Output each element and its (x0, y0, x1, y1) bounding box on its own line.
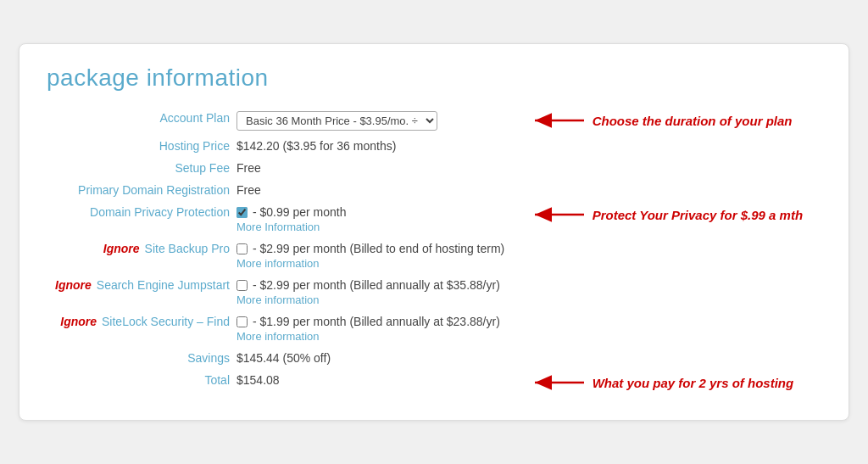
total-annotation: What you pay for 2 yrs of hosting (526, 373, 818, 392)
domain-privacy-annotation-cell: Protect Your Privacy for $.99 a mth (523, 201, 821, 238)
hosting-price-label: Hosting Price (47, 135, 233, 157)
package-information-card: package information Account Plan Basic 3… (19, 43, 849, 421)
search-engine-price: - $2.99 per month (Billed annually at $3… (253, 278, 500, 292)
hosting-price-row: Hosting Price $142.20 ($3.95 for 36 mont… (47, 135, 821, 157)
ignore-cell-1: Ignore Site Backup Pro (50, 242, 230, 255)
ignore-label-3: Ignore (60, 315, 97, 328)
domain-privacy-annotation: Protect Your Privacy for $.99 a mth (526, 205, 818, 224)
arrow-right-icon (526, 111, 586, 130)
site-backup-checkbox-row: - $2.99 per month (Billed to end of host… (236, 242, 520, 255)
site-backup-checkbox[interactable] (236, 243, 248, 254)
setup-fee-value: Free (233, 157, 523, 179)
search-engine-label-cell: Ignore Search Engine Jumpstart (47, 274, 233, 310)
account-plan-annotation-text: Choose the duration of your plan (593, 114, 793, 128)
domain-privacy-price: - $0.99 per month (253, 205, 347, 219)
primary-domain-value: Free (233, 179, 523, 201)
domain-privacy-checkbox-row: - $0.99 per month (236, 205, 520, 219)
primary-domain-label: Primary Domain Registration (47, 179, 233, 201)
account-plan-annotation-cell: Choose the duration of your plan (523, 107, 821, 135)
sitelock-checkbox-row: - $1.99 per month (Billed annually at $2… (236, 315, 520, 328)
setup-fee-row: Setup Fee Free (47, 157, 821, 179)
sitelock-label-cell: Ignore SiteLock Security – Find (47, 310, 233, 347)
setup-fee-label: Setup Fee (47, 157, 233, 179)
domain-privacy-value: - $0.99 per month More Information (233, 201, 523, 238)
arrow-right-icon-2 (526, 205, 586, 224)
sitelock-value: - $1.99 per month (Billed annually at $2… (233, 310, 523, 347)
domain-privacy-label: Domain Privacy Protection (47, 201, 233, 238)
arrow-right-icon-3 (526, 373, 586, 392)
total-row: Total $154.08 What you pay for 2 yrs of … (47, 369, 821, 396)
search-engine-row: Ignore Search Engine Jumpstart - $2.99 p… (47, 274, 821, 310)
site-backup-row: Ignore Site Backup Pro - $2.99 per month… (47, 238, 821, 274)
domain-privacy-checkbox[interactable] (236, 207, 248, 218)
ignore-cell-3: Ignore SiteLock Security – Find (50, 315, 230, 328)
domain-privacy-annotation-text: Protect Your Privacy for $.99 a mth (593, 208, 803, 222)
account-plan-select[interactable]: Basic 36 Month Price - $3.95/mo. ÷ (236, 111, 437, 131)
site-backup-price: - $2.99 per month (Billed to end of host… (253, 242, 504, 255)
search-engine-checkbox-row: - $2.99 per month (Billed annually at $3… (236, 278, 520, 292)
search-engine-checkbox[interactable] (236, 280, 248, 291)
domain-privacy-more-info[interactable]: More Information (236, 221, 520, 233)
site-backup-label-cell: Ignore Site Backup Pro (47, 238, 233, 274)
savings-row: Savings $145.44 (50% off) (47, 347, 821, 369)
sitelock-price: - $1.99 per month (Billed annually at $2… (253, 315, 500, 328)
info-table: Account Plan Basic 36 Month Price - $3.9… (47, 107, 821, 396)
search-engine-more-info[interactable]: More information (236, 293, 520, 306)
account-plan-value: Basic 36 Month Price - $3.95/mo. ÷ (233, 107, 523, 135)
search-engine-label: Search Engine Jumpstart (97, 278, 230, 292)
total-label: Total (47, 369, 233, 396)
card-title: package information (47, 64, 821, 92)
account-plan-annotation: Choose the duration of your plan (526, 111, 818, 130)
site-backup-label: Site Backup Pro (145, 242, 230, 255)
sitelock-row: Ignore SiteLock Security – Find - $1.99 … (47, 310, 821, 347)
total-value: $154.08 (233, 369, 523, 396)
savings-value: $145.44 (50% off) (233, 347, 523, 369)
sitelock-label: SiteLock Security – Find (102, 315, 230, 328)
account-plan-row: Account Plan Basic 36 Month Price - $3.9… (47, 107, 821, 135)
primary-domain-row: Primary Domain Registration Free (47, 179, 821, 201)
sitelock-more-info[interactable]: More information (236, 330, 520, 343)
ignore-label-2: Ignore (55, 278, 92, 292)
savings-label: Savings (47, 347, 233, 369)
hosting-price-value: $142.20 ($3.95 for 36 months) (233, 135, 523, 157)
ignore-label-1: Ignore (103, 242, 140, 255)
sitelock-checkbox[interactable] (236, 316, 248, 327)
search-engine-value: - $2.99 per month (Billed annually at $3… (233, 274, 523, 310)
site-backup-more-info[interactable]: More information (236, 257, 520, 270)
domain-privacy-row: Domain Privacy Protection - $0.99 per mo… (47, 201, 821, 238)
ignore-cell-2: Ignore Search Engine Jumpstart (50, 278, 230, 292)
account-plan-label: Account Plan (47, 107, 233, 135)
total-annotation-text: What you pay for 2 yrs of hosting (593, 376, 794, 390)
site-backup-value: - $2.99 per month (Billed to end of host… (233, 238, 523, 274)
total-annotation-cell: What you pay for 2 yrs of hosting (523, 369, 821, 396)
